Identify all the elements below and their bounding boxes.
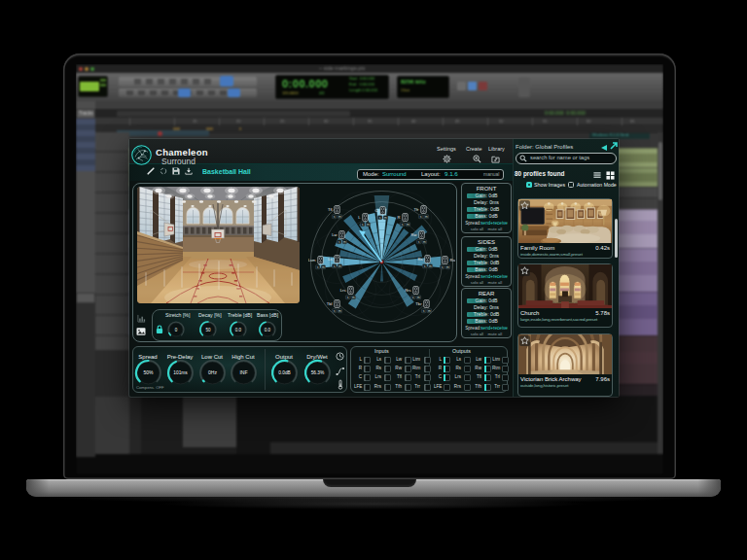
svg-text:Tfr: Tfr [413, 207, 419, 212]
svg-text:Rrs: Rrs [405, 288, 410, 293]
svg-text:s: s [347, 296, 349, 299]
svg-text:Tfl: Tfl [328, 207, 333, 212]
svg-text:s: s [379, 216, 381, 220]
svg-text:Ls: Ls [328, 257, 332, 262]
svg-text:m: m [384, 216, 387, 220]
svg-text:0.0dB: 0.0dB [278, 370, 291, 375]
svg-text:Tbr: Tbr [415, 301, 422, 306]
svg-text:m: m [367, 223, 370, 227]
svg-text:L: L [358, 215, 361, 220]
svg-text:s: s [412, 296, 414, 299]
svg-text:56.3%: 56.3% [310, 370, 324, 375]
svg-text:m: m [352, 296, 355, 299]
svg-text:INF: INF [239, 369, 247, 375]
svg-text:s: s [420, 215, 422, 219]
svg-text:s: s [362, 223, 364, 227]
svg-text:m: m [425, 215, 428, 219]
svg-text:m: m [429, 264, 432, 268]
svg-text:0.0: 0.0 [235, 328, 242, 332]
svg-text:s: s [334, 264, 336, 268]
svg-text:R: R [398, 215, 401, 220]
svg-text:Rs: Rs [417, 257, 422, 262]
svg-text:s: s [418, 240, 420, 244]
svg-text:50%: 50% [143, 369, 154, 375]
svg-text:m: m [428, 309, 431, 313]
svg-text:Tbl: Tbl [327, 301, 333, 306]
svg-text:Rw: Rw [411, 232, 417, 237]
svg-text:Lw: Lw [332, 232, 337, 237]
svg-text:m: m [407, 223, 409, 227]
svg-text:m: m [417, 296, 420, 299]
svg-text:50: 50 [205, 328, 211, 332]
svg-text:s: s [334, 309, 336, 313]
svg-text:m: m [338, 215, 341, 219]
svg-text:Lrs: Lrs [340, 288, 346, 293]
svg-text:s: s [442, 265, 444, 269]
svg-text:m: m [343, 240, 346, 244]
svg-text:s: s [402, 223, 404, 227]
svg-text:m: m [338, 264, 341, 268]
svg-text:0Hz: 0Hz [208, 369, 217, 375]
svg-text:m: m [423, 240, 426, 244]
svg-text:s: s [317, 265, 319, 269]
svg-text:Lsm: Lsm [308, 258, 316, 262]
svg-text:m: m [322, 265, 325, 269]
svg-text:m: m [338, 309, 341, 313]
svg-text:s: s [423, 309, 425, 313]
svg-text:101ms: 101ms [173, 370, 188, 375]
svg-text:Rsm: Rsm [450, 258, 456, 262]
svg-text:0.0: 0.0 [265, 328, 271, 332]
svg-text:s: s [334, 215, 336, 219]
svg-text:m: m [446, 265, 449, 269]
svg-text:s: s [424, 264, 426, 268]
svg-text:C: C [375, 208, 378, 213]
svg-text:s: s [338, 240, 340, 244]
